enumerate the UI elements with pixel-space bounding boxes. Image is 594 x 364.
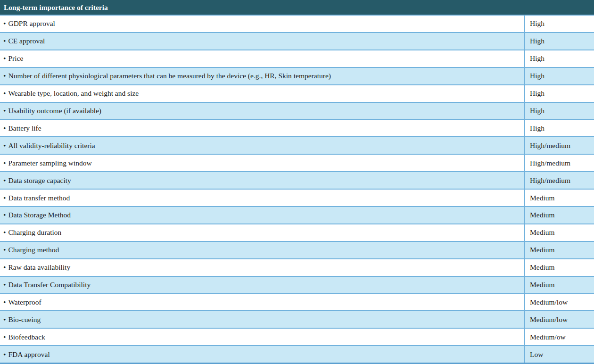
importance-cell: Medium <box>525 242 594 258</box>
criterion-cell: • Data transfer method <box>0 190 525 206</box>
criterion-label: Data transfer method <box>8 194 70 202</box>
criterion-cell: • Wearable type, location, and weight an… <box>0 85 525 102</box>
criterion-label: FDA approval <box>8 350 50 359</box>
table-row: • FDA approval Low <box>0 346 594 364</box>
bullet-icon: • <box>3 194 6 202</box>
importance-value: Low <box>530 350 543 359</box>
importance-value: High <box>530 124 544 132</box>
criterion-label: Bio-cueing <box>8 315 41 324</box>
importance-cell: High <box>525 85 594 102</box>
criterion-cell: • Biofeedback <box>0 329 525 345</box>
importance-value: High/medium <box>530 141 570 150</box>
bullet-icon: • <box>3 211 6 219</box>
criteria-table: Long-term importance of criteria • GDPR … <box>0 0 594 364</box>
table-row: • Data Storage Method Medium <box>0 207 594 224</box>
importance-cell: Medium <box>525 259 594 276</box>
table-header: Long-term importance of criteria <box>0 0 594 16</box>
importance-cell: High/medium <box>525 172 594 189</box>
criterion-cell: • Battery life <box>0 120 525 136</box>
criterion-label: Price <box>8 54 23 63</box>
criterion-label: Wearable type, location, and weight and … <box>8 89 139 98</box>
importance-value: High/medium <box>530 176 570 185</box>
criterion-cell: • All validity-reliability criteria <box>0 137 525 154</box>
criterion-label: Waterproof <box>8 298 41 306</box>
bullet-icon: • <box>3 107 6 115</box>
criterion-cell: • Usability outcome (if available) <box>0 103 525 119</box>
table-row: • Charging duration Medium <box>0 224 594 242</box>
importance-value: Medium <box>530 263 555 272</box>
criterion-label: All validity-reliability criteria <box>8 141 95 150</box>
importance-value: High <box>530 54 544 63</box>
criterion-label: CE approval <box>8 37 45 45</box>
importance-value: Medium/ow <box>530 333 566 341</box>
importance-cell: High <box>525 50 594 67</box>
criterion-label: Data Storage Method <box>8 211 71 219</box>
bullet-icon: • <box>3 281 6 289</box>
importance-value: Medium <box>530 281 555 289</box>
criterion-cell: • Waterproof <box>0 294 525 311</box>
importance-cell: Medium <box>525 224 594 241</box>
bullet-icon: • <box>3 298 6 306</box>
table-row: • Wearable type, location, and weight an… <box>0 85 594 103</box>
criterion-cell: • GDPR approval <box>0 16 525 32</box>
importance-cell: High <box>525 68 594 84</box>
bullet-icon: • <box>3 176 6 185</box>
criterion-cell: • Charging duration <box>0 224 525 241</box>
importance-value: High <box>530 72 544 80</box>
criterion-cell: • Charging method <box>0 242 525 258</box>
table-row: • Battery life High <box>0 120 594 137</box>
importance-value: Medium <box>530 211 555 219</box>
bullet-icon: • <box>3 263 6 272</box>
criterion-cell: • FDA approval <box>0 346 525 363</box>
importance-value: Medium <box>530 194 555 202</box>
table-row: • Waterproof Medium/low <box>0 294 594 312</box>
importance-value: Medium <box>530 246 555 254</box>
importance-value: High <box>530 37 544 45</box>
criterion-label: Biofeedback <box>8 333 45 341</box>
importance-cell: Medium <box>525 207 594 223</box>
bullet-icon: • <box>3 72 6 80</box>
criterion-cell: • CE approval <box>0 33 525 50</box>
bullet-icon: • <box>3 159 6 167</box>
table-row: • Bio-cueing Medium/low <box>0 311 594 329</box>
importance-value: High <box>530 107 544 115</box>
table-row: • CE approval High <box>0 33 594 50</box>
importance-value: Medium <box>530 228 555 237</box>
criterion-label: Charging duration <box>8 228 61 237</box>
table-row: • Raw data availability Medium <box>0 259 594 277</box>
importance-cell: Medium/low <box>525 311 594 328</box>
importance-cell: High <box>525 120 594 136</box>
table-row: • Biofeedback Medium/ow <box>0 329 594 346</box>
importance-cell: High <box>525 103 594 119</box>
criterion-cell: • Number of different physiological para… <box>0 68 525 84</box>
importance-value: High/medium <box>530 159 570 167</box>
table-row: • Data Transfer Compatibility Medium <box>0 277 594 294</box>
criterion-label: Raw data availability <box>8 263 70 272</box>
importance-cell: High <box>525 33 594 50</box>
criterion-cell: • Data Transfer Compatibility <box>0 277 525 293</box>
bullet-icon: • <box>3 350 6 359</box>
table-row: • Parameter sampling window High/medium <box>0 155 594 172</box>
bullet-icon: • <box>3 54 6 63</box>
bullet-icon: • <box>3 228 6 237</box>
importance-cell: High/medium <box>525 137 594 154</box>
importance-cell: Medium/ow <box>525 329 594 345</box>
importance-value: High <box>530 19 544 28</box>
criterion-label: Battery life <box>8 124 41 132</box>
criterion-cell: • Bio-cueing <box>0 311 525 328</box>
importance-value: High <box>530 89 544 98</box>
criterion-cell: • Data storage capacity <box>0 172 525 189</box>
criteria-rows: • GDPR approval High • CE approval High … <box>0 16 594 364</box>
criterion-cell: • Parameter sampling window <box>0 155 525 171</box>
criterion-label: GDPR approval <box>8 19 55 28</box>
bullet-icon: • <box>3 333 6 341</box>
bullet-icon: • <box>3 246 6 254</box>
table-row: • Number of different physiological para… <box>0 68 594 85</box>
table-row: • Data transfer method Medium <box>0 190 594 207</box>
criterion-cell: • Data Storage Method <box>0 207 525 223</box>
criterion-label: Parameter sampling window <box>8 159 91 167</box>
table-row: • Data storage capacity High/medium <box>0 172 594 190</box>
table-row: • GDPR approval High <box>0 16 594 33</box>
bullet-icon: • <box>3 89 6 98</box>
criterion-cell: • Price <box>0 50 525 67</box>
